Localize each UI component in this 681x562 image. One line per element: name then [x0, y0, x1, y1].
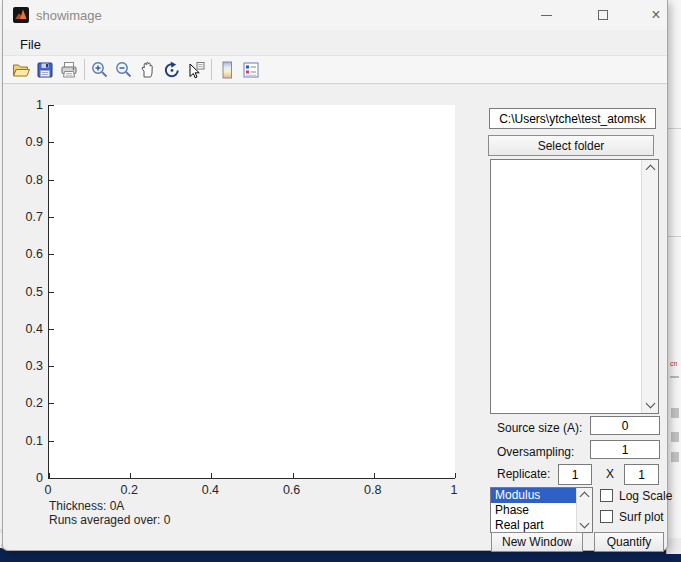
data-cursor-icon [186, 60, 206, 80]
x-tick-mark [49, 473, 50, 478]
y-tick-mark [49, 478, 54, 479]
y-tick-label: 0.8 [10, 173, 43, 187]
y-tick-mark [49, 441, 54, 442]
matlab-logo-icon [13, 7, 29, 23]
background-window-fragment [671, 452, 679, 462]
open-file-button[interactable] [9, 58, 33, 82]
quantify-button[interactable]: Quantify [594, 532, 664, 552]
scroll-down-button[interactable] [577, 518, 592, 532]
file-list-scrollbar[interactable] [641, 160, 658, 413]
chevron-down-icon [580, 519, 590, 529]
chevron-up-icon [645, 165, 655, 175]
screen: cn ca tools / . showimage × File [0, 0, 681, 562]
background-window-fragment [670, 376, 679, 378]
replicate-y-input[interactable]: 1 [624, 464, 659, 485]
source-size-input[interactable]: 0 [590, 416, 660, 435]
folder-path-input[interactable]: C:\Users\ytche\test_atomsk [489, 108, 656, 129]
colorbar-icon [217, 60, 237, 80]
y-tick-mark [49, 329, 54, 330]
insert-colorbar-button[interactable] [215, 58, 239, 82]
background-divider [668, 128, 681, 129]
log-scale-checkbox[interactable] [600, 489, 613, 502]
save-floppy-icon [35, 60, 55, 80]
display-option-phase[interactable]: Phase [491, 503, 577, 518]
rotate-3d-button[interactable] [160, 58, 184, 82]
menu-file[interactable]: File [16, 35, 45, 54]
printer-icon [59, 60, 79, 80]
rotate-3d-icon [162, 60, 182, 80]
window-title: showimage [36, 8, 102, 23]
thickness-status: Thickness: 0A [49, 499, 124, 513]
y-tick-mark [49, 403, 54, 404]
scroll-down-button[interactable] [642, 397, 658, 413]
display-options-scrollbar[interactable] [576, 488, 592, 532]
quantify-label: Quantify [607, 535, 652, 549]
y-tick-label: 1 [10, 98, 43, 112]
minimize-button[interactable] [526, 0, 566, 30]
surf-plot-checkbox[interactable] [600, 510, 613, 523]
minimize-icon [541, 15, 552, 16]
y-tick-label: 0.9 [10, 135, 43, 149]
x-tick-mark [455, 473, 456, 478]
background-window-fragment [671, 408, 679, 418]
replicate-label: Replicate: [497, 467, 550, 481]
x-tick-label: 0.8 [351, 483, 395, 497]
replicate-times-label: X [606, 467, 614, 481]
x-tick-mark [130, 473, 131, 478]
new-window-button[interactable]: New Window [491, 532, 583, 552]
chevron-down-icon [645, 399, 655, 409]
oversampling-input[interactable]: 1 [590, 440, 660, 459]
source-size-value: 0 [622, 419, 629, 433]
x-tick-label: 0.2 [107, 483, 151, 497]
insert-legend-button[interactable] [239, 58, 263, 82]
plot-axes[interactable] [48, 105, 455, 479]
x-tick-mark [293, 473, 294, 478]
y-tick-mark [49, 142, 54, 143]
x-tick-label: 0.4 [188, 483, 232, 497]
file-listbox[interactable] [490, 159, 659, 414]
y-tick-label: 0.5 [10, 285, 43, 299]
log-scale-label: Log Scale [619, 489, 672, 503]
display-option-modulus[interactable]: Modulus [491, 488, 577, 503]
save-figure-button[interactable] [33, 58, 57, 82]
pan-hand-icon [138, 60, 158, 80]
scroll-up-button[interactable] [642, 160, 658, 176]
close-icon: × [651, 7, 660, 23]
y-tick-label: 0.4 [10, 322, 43, 336]
display-option-real-part[interactable]: Real part [491, 518, 577, 532]
y-tick-label: 0.2 [10, 396, 43, 410]
x-tick-label: 1 [432, 483, 476, 497]
background-text-fragment: cn [670, 360, 677, 368]
close-button[interactable]: × [636, 0, 676, 30]
display-options-items: ModulusPhaseReal part [491, 488, 577, 532]
menu-bar: File [3, 30, 667, 55]
scroll-up-button[interactable] [577, 488, 592, 502]
maximize-button[interactable] [583, 0, 623, 30]
maximize-icon [598, 10, 608, 20]
pan-button[interactable] [136, 58, 160, 82]
x-tick-label: 0 [26, 483, 70, 497]
title-bar[interactable]: showimage × [3, 0, 667, 30]
zoom-out-button[interactable] [112, 58, 136, 82]
y-tick-label: 0.6 [10, 247, 43, 261]
source-size-label: Source size (A): [497, 421, 582, 435]
replicate-x-input[interactable]: 1 [558, 464, 592, 485]
y-tick-label: 0.3 [10, 359, 43, 373]
zoom-in-button[interactable] [88, 58, 112, 82]
showimage-window: showimage × File [2, 0, 668, 551]
select-folder-label: Select folder [538, 139, 605, 153]
print-figure-button[interactable] [57, 58, 81, 82]
replicate-x-value: 1 [572, 468, 579, 482]
select-folder-button[interactable]: Select folder [488, 135, 654, 156]
y-tick-mark [49, 217, 54, 218]
surf-plot-label: Surf plot [619, 510, 664, 524]
display-options-list[interactable]: ModulusPhaseReal part [490, 487, 593, 533]
zoom-out-icon [114, 60, 134, 80]
background-window-strip: cn [668, 0, 681, 562]
y-tick-mark [49, 254, 54, 255]
data-cursor-button[interactable] [184, 58, 208, 82]
oversampling-value: 1 [622, 443, 629, 457]
background-divider [668, 236, 681, 237]
replicate-y-value: 1 [638, 468, 645, 482]
x-tick-label: 0.6 [270, 483, 314, 497]
